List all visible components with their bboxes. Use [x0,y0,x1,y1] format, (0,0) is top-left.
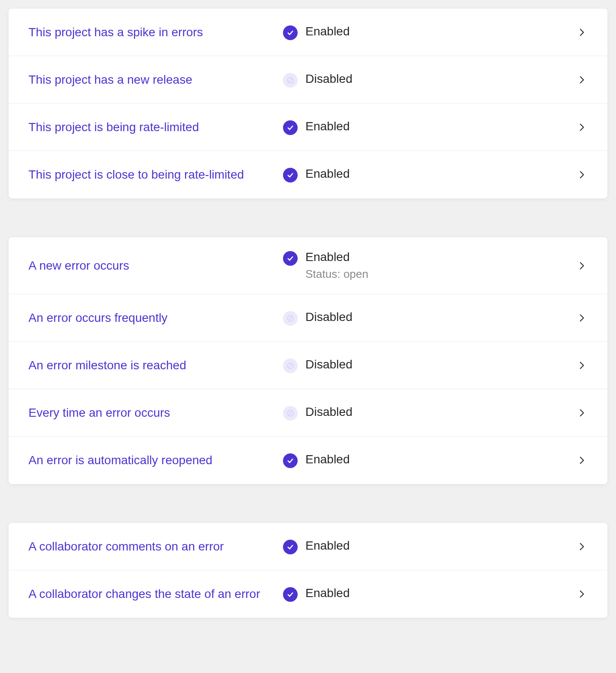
status-texts: Enabled [305,453,350,466]
status-label: Disabled [305,310,352,324]
settings-row-collaborator-changes-state[interactable]: A collaborator changes the state of an e… [9,570,607,618]
check-circle-icon [283,251,298,266]
disabled-circle-icon [283,311,298,326]
chevron-right-icon [576,455,588,466]
settings-row-close-rate-limited[interactable]: This project is close to being rate-limi… [9,151,607,198]
check-circle-icon [283,25,298,40]
status-wrap: Enabled [283,25,576,40]
check-circle-icon [283,540,298,554]
status-texts: Enabled [305,539,350,553]
status-wrap: Disabled [283,72,576,88]
svg-line-3 [289,316,292,320]
settings-row-new-release[interactable]: This project has a new releaseDisabled [9,56,607,104]
status-label: Enabled [305,167,350,181]
status-wrap: Enabled [283,120,576,135]
chevron-right-icon [576,407,588,418]
status-label: Enabled [305,586,350,600]
status-wrap: Disabled [283,405,576,421]
check-circle-icon [283,453,298,468]
settings-row-title: This project has a new release [28,72,283,88]
status-texts: Enabled [305,25,350,38]
settings-row-title: An error milestone is reached [28,357,283,374]
disabled-circle-icon [283,406,298,421]
status-texts: Enabled [305,167,350,181]
settings-row-every-time-error[interactable]: Every time an error occursDisabled [9,389,607,437]
settings-row-title: A collaborator comments on an error [28,538,283,555]
settings-group: A collaborator comments on an errorEnabl… [9,523,607,618]
settings-row-title: An error is automatically reopened [28,452,283,469]
settings-group: This project has a spike in errorsEnable… [9,9,607,198]
settings-row-new-error-occurs[interactable]: A new error occursEnabledStatus: open [9,237,607,294]
chevron-right-icon [576,260,588,271]
status-wrap: Enabled [283,539,576,554]
settings-row-title: A new error occurs [28,258,283,274]
check-circle-icon [283,120,298,135]
status-texts: EnabledStatus: open [305,250,368,281]
status-label: Disabled [305,358,352,371]
status-texts: Disabled [305,358,352,371]
status-texts: Enabled [305,586,350,600]
status-wrap: Enabled [283,167,576,182]
chevron-right-icon [576,122,588,133]
status-texts: Disabled [305,310,352,324]
check-circle-icon [283,587,298,602]
settings-row-title: This project is close to being rate-limi… [28,167,283,183]
status-label: Enabled [305,25,350,38]
disabled-circle-icon [283,359,298,373]
chevron-right-icon [576,312,588,324]
status-wrap: Enabled [283,453,576,468]
status-texts: Disabled [305,72,352,86]
settings-row-title: A collaborator changes the state of an e… [28,586,283,602]
settings-row-title: An error occurs frequently [28,310,283,326]
status-wrap: Disabled [283,310,576,326]
check-circle-icon [283,168,298,182]
status-label: Enabled [305,539,350,553]
status-label: Enabled [305,250,368,264]
status-wrap: EnabledStatus: open [283,250,576,281]
status-subtext: Status: open [305,267,368,281]
status-wrap: Enabled [283,586,576,602]
status-label: Enabled [305,453,350,466]
status-wrap: Disabled [283,358,576,373]
chevron-right-icon [576,360,588,371]
svg-line-1 [289,78,292,82]
status-label: Disabled [305,405,352,419]
settings-row-collaborator-comments[interactable]: A collaborator comments on an errorEnabl… [9,523,607,570]
svg-line-7 [289,411,292,415]
chevron-right-icon [576,27,588,38]
settings-row-error-milestone[interactable]: An error milestone is reachedDisabled [9,342,607,389]
settings-group: A new error occursEnabledStatus: openAn … [9,237,607,484]
svg-line-5 [289,364,292,368]
chevron-right-icon [576,169,588,180]
settings-row-error-occurs-frequently[interactable]: An error occurs frequentlyDisabled [9,294,607,342]
status-texts: Enabled [305,120,350,133]
chevron-right-icon [576,74,588,85]
status-label: Disabled [305,72,352,86]
status-label: Enabled [305,120,350,133]
settings-row-title: This project is being rate-limited [28,119,283,135]
settings-row-spike-in-errors[interactable]: This project has a spike in errorsEnable… [9,9,607,56]
status-texts: Disabled [305,405,352,419]
settings-row-rate-limited[interactable]: This project is being rate-limitedEnable… [9,104,607,151]
chevron-right-icon [576,541,588,552]
settings-row-title: This project has a spike in errors [28,24,283,41]
settings-row-title: Every time an error occurs [28,405,283,421]
chevron-right-icon [576,588,588,600]
disabled-circle-icon [283,73,298,88]
settings-row-error-reopened[interactable]: An error is automatically reopenedEnable… [9,437,607,484]
